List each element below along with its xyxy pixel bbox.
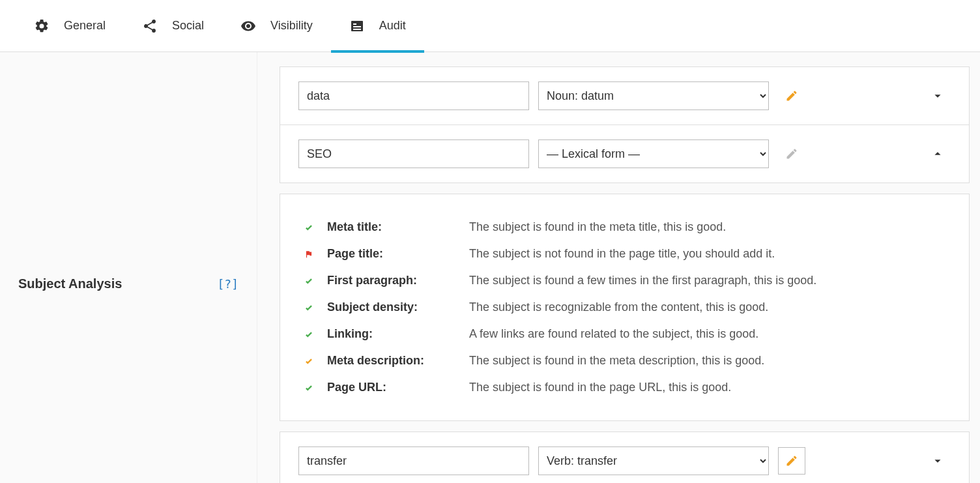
chevron-down-icon[interactable] xyxy=(925,454,951,468)
pencil-icon xyxy=(778,140,805,168)
subject-block: Verb: transfer xyxy=(280,432,970,483)
subject-term-input[interactable] xyxy=(298,139,529,168)
tab-label: Audit xyxy=(379,19,406,33)
analysis-row: Meta description: The subject is found i… xyxy=(302,347,947,374)
tab-label: General xyxy=(64,19,106,33)
check-icon xyxy=(302,220,315,232)
analysis-body: Meta title: The subject is found in the … xyxy=(280,194,970,421)
tab-general[interactable]: General xyxy=(16,0,124,52)
subject-row: — Lexical form — xyxy=(280,124,969,183)
analysis-label: Meta description: xyxy=(327,354,457,368)
analysis-message: The subject is found a few times in the … xyxy=(469,274,947,287)
analysis-label: Page URL: xyxy=(327,381,457,394)
analysis-row: Linking: A few links are found related t… xyxy=(302,321,947,347)
subject-term-input[interactable] xyxy=(298,446,529,475)
analysis-row: Subject density: The subject is recogniz… xyxy=(302,294,947,321)
tab-social[interactable]: Social xyxy=(124,0,222,52)
tab-label: Social xyxy=(172,19,204,33)
subject-lex-select[interactable]: Verb: transfer xyxy=(538,446,769,475)
analysis-message: The subject is found in the page URL, th… xyxy=(469,381,947,394)
analysis-message: The subject is found in the meta descrip… xyxy=(469,354,947,368)
tab-visibility[interactable]: Visibility xyxy=(222,0,331,52)
tab-audit[interactable]: Audit xyxy=(331,0,424,52)
analysis-label: First paragraph: xyxy=(327,274,457,287)
help-link[interactable]: [?] xyxy=(217,277,238,291)
analysis-row: Meta title: The subject is found in the … xyxy=(302,214,947,241)
main-pane: Noun: datum — Lexical form — xyxy=(257,52,980,483)
svg-rect-2 xyxy=(353,26,361,27)
analysis-message: The subject is recognizable from the con… xyxy=(469,300,947,314)
analysis-row: First paragraph: The subject is found a … xyxy=(302,267,947,294)
check-icon xyxy=(302,327,315,339)
audit-icon xyxy=(349,18,365,34)
chevron-down-icon[interactable] xyxy=(925,89,951,103)
tabbar: General Social Visibility Audit xyxy=(0,0,980,52)
subject-block: Noun: datum — Lexical form — xyxy=(280,66,970,183)
check-icon xyxy=(302,274,315,285)
pencil-icon[interactable] xyxy=(778,82,805,110)
analysis-message: A few links are found related to the sub… xyxy=(469,327,947,341)
share-icon xyxy=(142,18,158,34)
content-row: Subject Analysis [?] Noun: datum xyxy=(0,52,980,483)
analysis-label: Subject density: xyxy=(327,300,457,314)
chevron-up-icon[interactable] xyxy=(925,147,951,161)
analysis-message: The subject is not found in the page tit… xyxy=(469,247,947,261)
svg-rect-3 xyxy=(353,29,361,30)
subject-term-input[interactable] xyxy=(298,81,529,110)
subject-row: Verb: transfer xyxy=(280,432,969,483)
subject-lex-select[interactable]: Noun: datum xyxy=(538,81,769,110)
tab-label: Visibility xyxy=(270,19,313,33)
pencil-icon[interactable] xyxy=(778,447,805,475)
check-icon xyxy=(302,300,315,312)
svg-rect-1 xyxy=(353,23,356,25)
gear-icon xyxy=(34,18,50,34)
flag-icon xyxy=(302,247,315,259)
subject-row: Noun: datum xyxy=(280,67,969,124)
eye-icon xyxy=(240,18,256,34)
analysis-row: Page title: The subject is not found in … xyxy=(302,241,947,267)
check-icon xyxy=(302,381,315,392)
analysis-message: The subject is found in the meta title, … xyxy=(469,220,947,234)
analysis-row: Page URL: The subject is found in the pa… xyxy=(302,374,947,401)
analysis-label: Linking: xyxy=(327,327,457,341)
analysis-label: Page title: xyxy=(327,247,457,261)
section-title: Subject Analysis xyxy=(18,276,122,291)
check-icon xyxy=(302,354,315,366)
sidebar: Subject Analysis [?] xyxy=(0,52,257,483)
subject-lex-select[interactable]: — Lexical form — xyxy=(538,139,769,168)
analysis-label: Meta title: xyxy=(327,220,457,234)
